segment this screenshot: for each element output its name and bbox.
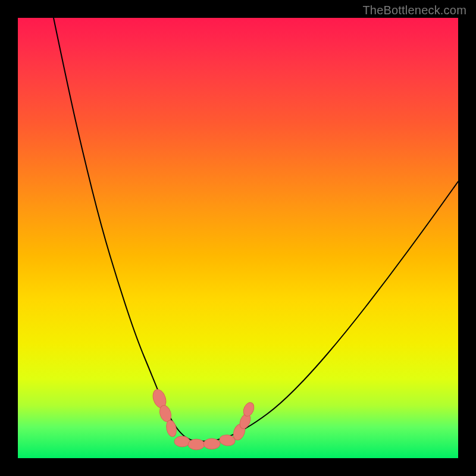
markers-group [151,388,256,450]
curve-svg [18,18,458,458]
curve-marker [188,439,205,450]
chart-frame: TheBottleneck.com [0,0,476,476]
plot-area [18,18,458,458]
curve-marker [203,439,220,449]
curve-marker [174,436,190,447]
curve-marker [219,434,236,446]
watermark-text: TheBottleneck.com [362,4,466,17]
bottleneck-curve [54,18,458,441]
curve-marker [165,419,177,438]
